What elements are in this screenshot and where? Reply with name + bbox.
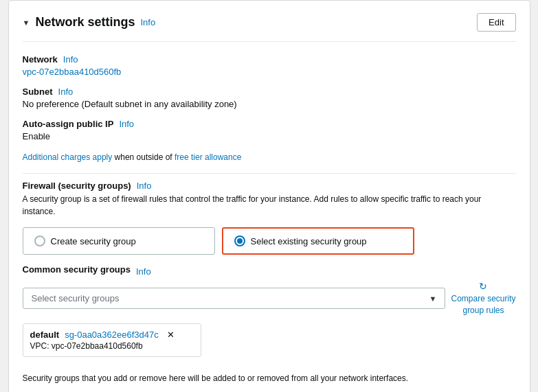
auto-assign-label-row: Auto-assign public IP Info [23,119,516,129]
compare-line2: group rules [462,305,504,315]
compare-line1: Compare security [451,294,515,303]
firewall-label: Firewall (security groups) [23,181,131,191]
select-sg-radio[interactable] [234,235,245,246]
sg-tag-row: default sg-0aa0a362ee6f3d47c ✕ [30,330,194,340]
auto-assign-info-link[interactable]: Info [119,119,134,129]
auto-assign-value: Enable [23,131,50,141]
charges-section: Additional charges apply when outside of… [23,151,516,163]
radio-group: Create security group Select existing se… [23,227,516,255]
subnet-info-link[interactable]: Info [58,87,74,97]
subnet-label-row: Subnet Info [23,87,516,97]
common-sg-section: Common security groups Info Select secur… [23,264,516,364]
firewall-info-link[interactable]: Info [137,181,152,191]
title-row: ▼ Network settings Info [23,15,156,30]
network-section: Network Info vpc-07e2bbaa410d560fb [23,54,516,77]
network-info-link[interactable]: Info [63,54,78,65]
free-tier-link[interactable]: free tier allowance [175,152,241,162]
auto-assign-label: Auto-assign public IP [23,119,114,129]
network-settings-info-link[interactable]: Info [140,17,155,27]
firewall-label-row: Firewall (security groups) Info [23,181,516,191]
firewall-description: A security group is a set of firewall ru… [23,193,516,218]
edit-button[interactable]: Edit [477,13,515,32]
card-title: Network settings [35,15,135,30]
compare-link-group: ↻ Compare security group rules [451,281,515,316]
sg-select-dropdown[interactable]: Select security groups ▼ [23,288,446,309]
auto-assign-section: Auto-assign public IP Info Enable [23,119,516,141]
firewall-section: Firewall (security groups) Info A securi… [23,181,516,218]
select-sg-label: Select existing security group [251,236,367,246]
sg-remove-button[interactable]: ✕ [167,330,175,340]
charges-link[interactable]: Additional charges apply [23,152,113,162]
compare-link[interactable]: Compare security group rules [451,293,515,316]
sg-id: sg-0aa0a362ee6f3d47c [65,330,159,340]
create-sg-label: Create security group [51,236,136,246]
create-sg-radio[interactable] [34,235,45,246]
dropdown-arrow-icon: ▼ [429,295,437,303]
common-sg-info-link[interactable]: Info [136,266,151,277]
charges-middle: when outside of [112,152,175,162]
sg-select-placeholder: Select security groups [32,293,120,303]
refresh-icon[interactable]: ↻ [479,281,487,292]
common-sg-label: Common security groups [23,264,131,275]
divider [23,173,516,174]
network-label-row: Network Info [23,54,516,65]
charges-text: Additional charges apply when outside of… [23,152,242,162]
subnet-value: No preference (Default subnet in any ava… [23,99,237,109]
select-sg-option[interactable]: Select existing security group [222,227,414,255]
network-label: Network [23,54,58,65]
subnet-section: Subnet Info No preference (Default subne… [23,87,516,109]
create-sg-option[interactable]: Create security group [23,227,215,255]
collapse-icon[interactable]: ▼ [23,19,30,27]
note-text: Security groups that you add or remove h… [23,373,516,383]
common-sg-row: Select security groups ▼ ↻ Compare secur… [23,281,516,316]
card-header: ▼ Network settings Info Edit [23,13,516,42]
network-settings-card: ▼ Network settings Info Edit Network Inf… [8,0,530,392]
network-value: vpc-07e2bbaa410d560fb [23,67,122,77]
sg-default-label: default [30,330,60,340]
sg-tag-container: default sg-0aa0a362ee6f3d47c ✕ VPC: vpc-… [23,323,201,357]
subnet-label: Subnet [23,87,53,97]
common-sg-label-row: Common security groups Info [23,264,516,279]
sg-vpc: VPC: vpc-07e2bbaa410d560fb [30,341,194,351]
